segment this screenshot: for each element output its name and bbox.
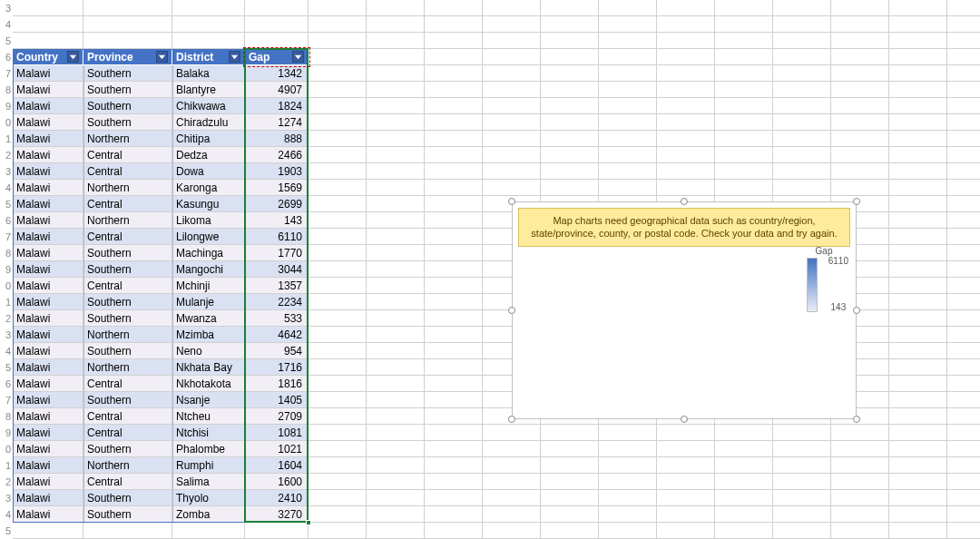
resize-handle-bottom-mid[interactable]: [681, 416, 688, 423]
cell[interactable]: [657, 163, 715, 180]
row-number[interactable]: 7: [0, 65, 13, 82]
row-number[interactable]: 5: [0, 359, 13, 376]
row-number[interactable]: 5: [0, 33, 13, 49]
cell[interactable]: [425, 33, 483, 49]
cell[interactable]: [367, 65, 425, 82]
cell[interactable]: [483, 163, 541, 180]
cell[interactable]: [309, 0, 367, 16]
cell[interactable]: [715, 474, 773, 490]
cell[interactable]: [425, 425, 483, 441]
cell[interactable]: [599, 0, 657, 16]
cell[interactable]: [831, 147, 889, 163]
cell[interactable]: [425, 180, 483, 196]
cell[interactable]: [947, 376, 980, 392]
cell[interactable]: [599, 33, 657, 49]
cell[interactable]: [889, 0, 947, 16]
cell[interactable]: [367, 327, 425, 343]
table-cell-province[interactable]: Southern: [83, 294, 172, 310]
cell[interactable]: [773, 163, 831, 180]
cell[interactable]: [657, 490, 715, 506]
cell[interactable]: [889, 327, 947, 343]
cell[interactable]: [541, 180, 599, 196]
cell[interactable]: [889, 163, 947, 180]
table-cell-country[interactable]: Malawi: [13, 212, 83, 229]
cell[interactable]: [947, 408, 980, 425]
cell[interactable]: [309, 457, 367, 474]
table-cell-gap[interactable]: 1604: [245, 457, 309, 474]
row-number[interactable]: 7: [0, 392, 13, 408]
cell[interactable]: [309, 98, 367, 114]
cell[interactable]: [715, 180, 773, 196]
table-cell-district[interactable]: Machinga: [172, 245, 245, 261]
cell[interactable]: [425, 49, 483, 65]
cell[interactable]: [425, 212, 483, 229]
table-cell-district[interactable]: Zomba: [172, 506, 245, 523]
cell[interactable]: [657, 457, 715, 474]
row-number[interactable]: 1: [0, 294, 13, 310]
cell[interactable]: [889, 310, 947, 327]
cell[interactable]: [425, 408, 483, 425]
table-cell-province[interactable]: Southern: [83, 261, 172, 278]
table-cell-country[interactable]: Malawi: [13, 294, 83, 310]
cell[interactable]: [947, 98, 980, 114]
row-number[interactable]: 4: [0, 506, 13, 523]
cell[interactable]: [483, 457, 541, 474]
cell[interactable]: [715, 131, 773, 147]
cell[interactable]: [831, 163, 889, 180]
cell[interactable]: [367, 82, 425, 98]
table-cell-province[interactable]: Central: [83, 229, 172, 245]
cell[interactable]: [657, 441, 715, 457]
cell[interactable]: [947, 163, 980, 180]
cell[interactable]: [425, 523, 483, 539]
cell[interactable]: [889, 294, 947, 310]
cell[interactable]: [657, 65, 715, 82]
table-cell-country[interactable]: Malawi: [13, 278, 83, 294]
cell[interactable]: [425, 474, 483, 490]
cell[interactable]: [773, 16, 831, 33]
table-cell-province[interactable]: Central: [83, 425, 172, 441]
row-number[interactable]: 2: [0, 474, 13, 490]
cell[interactable]: [483, 131, 541, 147]
table-cell-country[interactable]: Malawi: [13, 261, 83, 278]
cell[interactable]: [425, 229, 483, 245]
cell[interactable]: [367, 294, 425, 310]
cell[interactable]: [309, 245, 367, 261]
table-cell-district[interactable]: Mangochi: [172, 261, 245, 278]
cell[interactable]: [715, 82, 773, 98]
cell[interactable]: [947, 425, 980, 441]
cell[interactable]: [425, 114, 483, 131]
cell[interactable]: [947, 474, 980, 490]
cell[interactable]: [889, 16, 947, 33]
table-cell-country[interactable]: Malawi: [13, 408, 83, 425]
cell[interactable]: [309, 33, 367, 49]
cell[interactable]: [715, 0, 773, 16]
table-cell-country[interactable]: Malawi: [13, 147, 83, 163]
cell[interactable]: [367, 196, 425, 212]
cell[interactable]: [599, 49, 657, 65]
table-cell-country[interactable]: Malawi: [13, 359, 83, 376]
cell[interactable]: [367, 16, 425, 33]
cell[interactable]: [425, 0, 483, 16]
cell[interactable]: [657, 98, 715, 114]
table-cell-province[interactable]: Central: [83, 278, 172, 294]
cell[interactable]: [831, 0, 889, 16]
table-cell-gap[interactable]: 4642: [245, 327, 309, 343]
cell[interactable]: [309, 474, 367, 490]
table-cell-gap[interactable]: 1816: [245, 376, 309, 392]
cell[interactable]: [83, 33, 172, 49]
cell[interactable]: [773, 0, 831, 16]
table-cell-district[interactable]: Blantyre: [172, 82, 245, 98]
table-cell-gap[interactable]: 954: [245, 343, 309, 359]
cell[interactable]: [599, 114, 657, 131]
cell[interactable]: [947, 359, 980, 376]
cell[interactable]: [657, 131, 715, 147]
cell[interactable]: [889, 490, 947, 506]
table-cell-district[interactable]: Chitipa: [172, 131, 245, 147]
cell[interactable]: [483, 523, 541, 539]
cell[interactable]: [889, 49, 947, 65]
cell[interactable]: [599, 425, 657, 441]
cell[interactable]: [831, 16, 889, 33]
resize-handle-mid-left[interactable]: [508, 307, 515, 314]
cell[interactable]: [541, 16, 599, 33]
cell[interactable]: [889, 114, 947, 131]
